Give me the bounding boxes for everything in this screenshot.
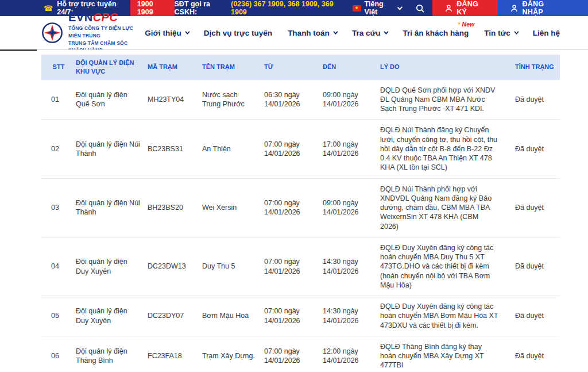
cell-tu: 07:00 ngày 14/01/2026 xyxy=(264,179,323,237)
cskh-label: SĐT gọi ra CSKH: xyxy=(175,0,228,16)
nav-item[interactable]: Liên hệ xyxy=(533,29,560,37)
search-icon xyxy=(416,4,424,13)
header-divider-dark-segment xyxy=(0,49,37,51)
cell-tinh-trang status-badge: Đã duyệt xyxy=(505,296,560,336)
register-label: ĐĂNG KÝ xyxy=(457,0,485,16)
nav-item-label: Dịch vụ trực tuyến xyxy=(204,29,272,37)
cskh-numbers-group: SĐT gọi ra CSKH: (0236) 367 1909, 368 19… xyxy=(175,0,346,16)
nav-item-label: Tri ân khách hàng xyxy=(403,29,469,37)
nav-item[interactable]: Dịch vụ trực tuyến xyxy=(204,29,272,37)
cell-ma-tram: BC23BS31 xyxy=(148,120,202,178)
cell-ma-tram: FC23FA18 xyxy=(148,336,202,372)
main-navigation: Giới thiệu Dịch vụ trực tuyến Thanh toán… xyxy=(145,29,560,37)
col-header-ma-tram: MÃ TRẠM xyxy=(148,55,202,80)
cell-ly-do: ĐQLĐ Duy Xuyên đăng ký công tác hoán chu… xyxy=(380,237,505,296)
nav-item[interactable]: Giới thiệu xyxy=(145,29,188,37)
login-label: ĐĂNG NHẬP xyxy=(522,0,560,16)
table-row[interactable]: 04 Đội quản lý điện Duy Xuyên DC23DW13 D… xyxy=(41,237,560,296)
language-label: Tiếng Việt xyxy=(365,0,394,16)
cell-ten-tram: Duy Thu 5 xyxy=(202,237,264,296)
table-row[interactable]: 03 Đội quản lý điện Núi Thành BH23BS20 W… xyxy=(41,179,560,237)
cell-den: 14:30 ngày 14/01/2026 xyxy=(323,296,380,336)
cell-tu: 07:00 ngày 14/01/2026 xyxy=(264,237,323,296)
cell-tinh-trang status-badge: Đã duyệt xyxy=(505,336,560,372)
nav-item-label: Tra cứu xyxy=(352,29,381,37)
cell-ten-tram: Bơm Mậu Hoà xyxy=(202,296,264,336)
table-row[interactable]: 01 Đội quản lý điện Quế Sơn MH23TY04 Nướ… xyxy=(41,80,560,120)
evn-logo-icon xyxy=(41,22,63,44)
brand-evn-text: EVN xyxy=(68,11,93,24)
cell-ma-tram: DC23DY07 xyxy=(148,296,202,336)
cell-ly-do: ĐQLĐ Quế Sơn phối hợp với XNDV ĐL Quảng … xyxy=(380,80,505,120)
cell-stt: 04 xyxy=(41,237,76,296)
table-body: 01 Đội quản lý điện Quế Sơn MH23TY04 Nướ… xyxy=(41,80,560,372)
cell-doi: Đội quản lý điện Duy Xuyên xyxy=(76,296,148,336)
header-divider xyxy=(0,49,588,55)
cell-ten-tram: Trạm Xây Dựng. xyxy=(202,336,264,372)
cell-ten-tram: Wei Xersin xyxy=(202,179,264,237)
cell-den: 09:00 ngày 14/01/2026 xyxy=(323,179,380,237)
cell-den: 09:00 ngày 14/01/2026 xyxy=(323,80,380,120)
col-header-tinh-trang: TÌNH TRẠNG xyxy=(505,55,560,80)
cell-tu: 06:30 ngày 14/01/2026 xyxy=(264,80,323,120)
nav-item[interactable]: Tin tức xyxy=(484,29,517,37)
cell-ly-do: ĐQLĐ Duy Xuyên đăng ký công tác hoán chu… xyxy=(380,296,505,336)
chevron-down-icon xyxy=(384,29,389,34)
register-button[interactable]: ĐĂNG KÝ xyxy=(432,0,498,16)
chevron-down-icon xyxy=(397,5,403,10)
new-badge: ✶New xyxy=(457,21,474,28)
col-header-stt: STT xyxy=(41,55,76,80)
cell-tinh-trang status-badge: Đã duyệt xyxy=(505,120,560,178)
table-row[interactable]: 05 Đội quản lý điện Duy Xuyên DC23DY07 B… xyxy=(41,296,560,336)
cell-den: 12:00 ngày 14/01/2026 xyxy=(323,336,380,372)
cell-stt: 06 xyxy=(41,336,76,372)
table-header-row: STT ĐỘI QUẢN LÝ ĐIỆN KHU VỰC MÃ TRẠM TÊN… xyxy=(41,55,560,80)
cell-ly-do: ĐQLĐ Núi Thành đăng ký Chuyển lưới, chuy… xyxy=(380,120,505,178)
cell-tu: 07:00 ngày 14/01/2026 xyxy=(264,296,323,336)
cell-tinh-trang status-badge: Đã duyệt xyxy=(505,179,560,237)
cell-stt: 05 xyxy=(41,296,76,336)
person-icon xyxy=(445,5,452,12)
nav-item-label: Liên hệ xyxy=(533,29,560,37)
col-header-ten-tram: TÊN TRẠM xyxy=(202,55,264,80)
brand-logo-block[interactable]: EVNCPC TỔNG CÔNG TY ĐIỆN LỰC MIỀN TRUNG … xyxy=(41,11,145,54)
table-row[interactable]: 06 Đội quản lý điện Thăng Bình FC23FA18 … xyxy=(41,336,560,372)
brand-cpc-text: CPC xyxy=(93,11,118,24)
vietnam-flag-icon: ★ xyxy=(353,5,361,11)
cell-stt: 02 xyxy=(41,120,76,178)
outage-table: STT ĐỘI QUẢN LÝ ĐIỆN KHU VỰC MÃ TRẠM TÊN… xyxy=(41,55,560,372)
cell-stt: 01 xyxy=(41,80,76,120)
cell-doi: Đội quản lý điện Thăng Bình xyxy=(76,336,148,372)
nav-item[interactable]: Tri ân khách hàng ✶New xyxy=(403,29,469,37)
search-button[interactable] xyxy=(408,0,432,16)
chevron-down-icon xyxy=(185,29,189,34)
col-header-ly-do: LÝ DO xyxy=(380,55,505,80)
col-header-den: ĐẾN xyxy=(323,55,380,80)
cell-tinh-trang status-badge: Đã duyệt xyxy=(505,237,560,296)
brand-name: EVNCPC xyxy=(68,11,145,23)
table-row[interactable]: 02 Đội quản lý điện Núi Thành BC23BS31 A… xyxy=(41,120,560,178)
cell-ten-tram: An Thiện xyxy=(202,120,264,178)
cskh-numbers: (0236) 367 1909, 368 1909, 369 1909 xyxy=(231,0,338,16)
col-header-tu: TỪ xyxy=(264,55,323,80)
company-name-line1: TỔNG CÔNG TY ĐIỆN LỰC MIỀN TRUNG xyxy=(68,25,145,40)
spark-icon: ✶ xyxy=(457,21,462,28)
language-selector[interactable]: ★ Tiếng Việt xyxy=(346,0,408,16)
nav-item-label: Tin tức xyxy=(484,29,510,37)
cell-tu: 07:00 ngày 14/01/2026 xyxy=(264,336,323,372)
chevron-down-icon xyxy=(514,29,519,34)
nav-item-label: Thanh toán xyxy=(288,29,330,37)
cell-ma-tram: BH23BS20 xyxy=(148,179,202,237)
person-icon xyxy=(510,5,518,12)
cell-stt: 03 xyxy=(41,179,76,237)
site-header: EVNCPC TỔNG CÔNG TY ĐIỆN LỰC MIỀN TRUNG … xyxy=(0,16,588,49)
nav-item[interactable]: Thanh toán xyxy=(288,29,336,37)
cell-tu: 07:00 ngày 14/01/2026 xyxy=(264,120,323,178)
cell-doi: Đội quản lý điện Núi Thành xyxy=(76,179,148,237)
nav-item[interactable]: Tra cứu xyxy=(352,29,388,37)
cell-ten-tram: Nước sạch Trung Phước xyxy=(202,80,264,120)
cell-ly-do: ĐQLĐ Thăng Bình đăng ký thay hoán chuyển… xyxy=(380,336,505,372)
cell-tinh-trang status-badge: Đã duyệt xyxy=(505,80,560,120)
login-button[interactable]: ĐĂNG NHẬP xyxy=(498,0,588,16)
col-header-doi: ĐỘI QUẢN LÝ ĐIỆN KHU VỰC xyxy=(76,55,148,80)
